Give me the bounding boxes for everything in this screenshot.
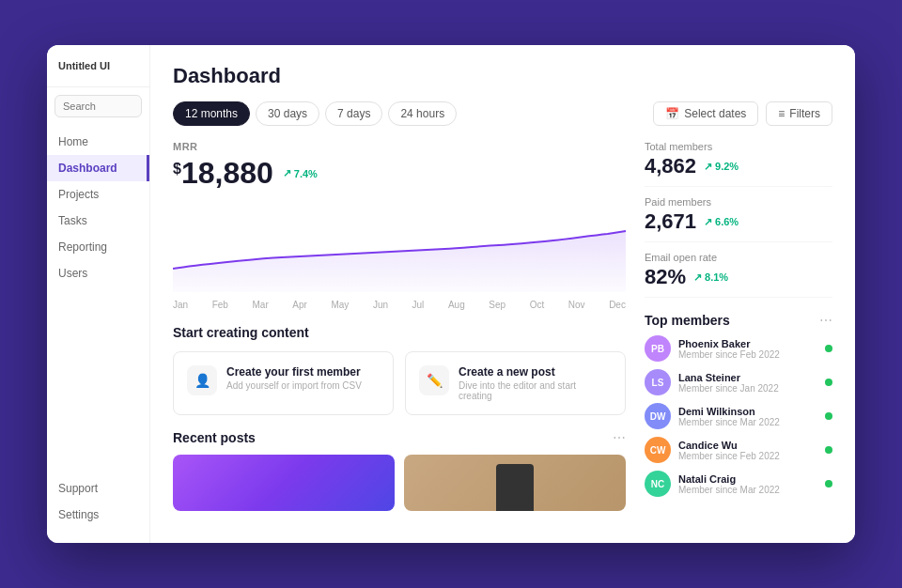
filters-button[interactable]: ≡ Filters [766, 101, 832, 126]
top-members-menu[interactable]: ⋯ [819, 313, 832, 328]
main-content: Dashboard 12 months 30 days 7 days 24 ho… [150, 45, 855, 543]
sidebar: Untitled UI Home Dashboard Projects Task… [47, 45, 150, 543]
create-post-icon: ✏️ [419, 365, 449, 395]
tab-12months[interactable]: 12 months [173, 101, 250, 126]
sidebar-bottom: Support Settings [47, 475, 149, 528]
post-thumb-1[interactable] [173, 455, 395, 511]
sidebar-item-users[interactable]: Users [47, 260, 149, 286]
create-post-title: Create a new post [459, 365, 612, 379]
member-item: NC Natali Craig Member since Mar 2022 [645, 471, 832, 497]
member-info-3: Demi Wilkinson Member since Mar 2022 [678, 406, 817, 427]
post-thumb-2[interactable] [404, 455, 626, 511]
recent-posts-header: Recent posts ⋯ [173, 430, 626, 445]
paid-members-badge: ↗ 6.6% [704, 216, 739, 228]
sidebar-item-support[interactable]: Support [47, 475, 149, 502]
create-post-text: Create a new post Dive into the editor a… [459, 365, 612, 401]
start-creating-section: Start creating content 👤 Create your fir… [173, 325, 626, 415]
arrow-up-icon-1: ↗ [704, 161, 712, 173]
stats-column: Total members 4,862 ↗ 9.2% Paid members [645, 141, 832, 298]
member-status-dot-1 [825, 345, 832, 352]
mrr-section: MRR $ 18,880 ↗ 7.4% [173, 141, 626, 191]
email-open-badge: ↗ 8.1% [693, 271, 728, 284]
member-avatar-1: PB [645, 335, 671, 362]
member-info-1: Phoenix Baker Member since Feb 2022 [678, 338, 817, 360]
stat-paid-members: Paid members 2,671 ↗ 6.6% [645, 196, 832, 242]
arrow-up-icon-3: ↗ [693, 271, 702, 284]
top-members-section: Top members ⋯ PB Phoenix Baker Member si… [645, 313, 832, 497]
tab-24hours[interactable]: 24 hours [388, 101, 457, 126]
member-avatar-4: CW [645, 437, 671, 463]
arrow-up-icon: ↗ [283, 167, 291, 179]
start-creating-title: Start creating content [173, 325, 626, 340]
member-status-dot-4 [825, 446, 832, 454]
create-member-text: Create your first member Add yourself or… [226, 365, 362, 391]
select-dates-button[interactable]: 📅 Select dates [653, 101, 758, 126]
recent-posts-section: Recent posts ⋯ [173, 430, 626, 511]
action-cards: 👤 Create your first member Add yourself … [173, 351, 626, 415]
sidebar-item-home[interactable]: Home [47, 129, 149, 155]
total-members-badge: ↗ 9.2% [704, 161, 739, 173]
mrr-currency: $ [173, 156, 181, 183]
stat-email-open-rate: Email open rate 82% ↗ 8.1% [645, 252, 832, 298]
mrr-chart [173, 198, 626, 292]
member-item: CW Candice Wu Member since Feb 2022 [645, 437, 832, 463]
mrr-label: MRR [173, 141, 626, 152]
app-name: Untitled UI [47, 60, 149, 87]
header-actions: 📅 Select dates ≡ Filters [653, 101, 832, 126]
member-item: DW Demi Wilkinson Member since Mar 2022 [645, 403, 832, 429]
search-input[interactable] [54, 95, 142, 117]
member-info-5: Natali Craig Member since Mar 2022 [678, 473, 817, 495]
member-status-dot-5 [825, 480, 832, 487]
post-thumbnails [173, 455, 626, 511]
member-info-4: Candice Wu Member since Feb 2022 [678, 440, 817, 461]
mrr-amount: $ 18,880 [173, 156, 273, 191]
member-avatar-5: NC [645, 471, 671, 497]
arrow-up-icon-2: ↗ [704, 216, 712, 228]
member-status-dot-2 [825, 379, 832, 386]
create-member-card[interactable]: 👤 Create your first member Add yourself … [173, 351, 394, 415]
filter-tabs-row: 12 months 30 days 7 days 24 hours 📅 Sele… [173, 101, 832, 126]
mrr-value-row: $ 18,880 ↗ 7.4% [173, 156, 626, 191]
page-title: Dashboard [173, 64, 832, 88]
create-post-desc: Dive into the editor and start creating [459, 380, 612, 401]
create-post-card[interactable]: ✏️ Create a new post Dive into the edito… [405, 351, 626, 415]
create-member-title: Create your first member [226, 365, 362, 379]
stat-total-members: Total members 4,862 ↗ 9.2% [645, 141, 832, 187]
tab-30days[interactable]: 30 days [256, 101, 319, 126]
tab-7days[interactable]: 7 days [325, 101, 382, 126]
top-members-header: Top members ⋯ [645, 313, 832, 328]
app-window: Untitled UI Home Dashboard Projects Task… [47, 45, 855, 543]
time-filter-group: 12 months 30 days 7 days 24 hours [173, 101, 457, 126]
mrr-value: 18,880 [181, 156, 273, 191]
sidebar-item-settings[interactable]: Settings [47, 502, 149, 528]
member-item: PB Phoenix Baker Member since Feb 2022 [645, 335, 832, 362]
member-status-dot-3 [825, 412, 832, 420]
mrr-change-badge: ↗ 7.4% [283, 167, 318, 179]
dashboard-grid: MRR $ 18,880 ↗ 7.4% [173, 141, 832, 511]
sidebar-item-projects[interactable]: Projects [47, 181, 149, 208]
calendar-icon: 📅 [665, 107, 679, 120]
sidebar-item-reporting[interactable]: Reporting [47, 234, 149, 260]
member-info-2: Lana Steiner Member since Jan 2022 [678, 372, 817, 394]
filter-icon: ≡ [778, 107, 785, 120]
top-members-title: Top members [645, 313, 730, 328]
member-item: LS Lana Steiner Member since Jan 2022 [645, 369, 832, 395]
create-member-desc: Add yourself or import from CSV [226, 380, 362, 391]
recent-posts-title: Recent posts [173, 430, 256, 445]
recent-posts-menu[interactable]: ⋯ [613, 430, 626, 445]
sidebar-item-dashboard[interactable]: Dashboard [47, 155, 149, 181]
left-column: MRR $ 18,880 ↗ 7.4% [173, 141, 626, 511]
outer-container: Untitled UI Home Dashboard Projects Task… [0, 0, 902, 588]
create-member-icon: 👤 [187, 365, 217, 395]
member-avatar-2: LS [645, 369, 671, 395]
sidebar-item-tasks[interactable]: Tasks [47, 208, 149, 234]
chart-x-labels: Jan Feb Mar Apr May Jun Jul Aug Sep Oct … [173, 300, 626, 310]
right-column: Total members 4,862 ↗ 9.2% Paid members [645, 141, 832, 511]
member-avatar-3: DW [645, 403, 671, 429]
chart-container [173, 198, 626, 292]
